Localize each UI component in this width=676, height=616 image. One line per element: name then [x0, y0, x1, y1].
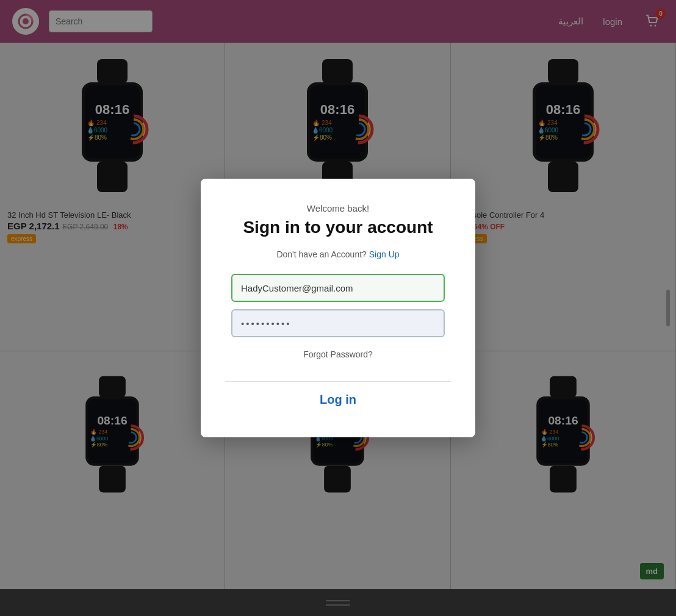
- login-button[interactable]: Log in: [231, 382, 445, 407]
- signup-prompt-text: Don't have an Account?: [276, 249, 366, 259]
- modal-title: Sign in to your account: [231, 217, 445, 238]
- modal-signup-line: Don't have an Account? Sign Up: [231, 249, 445, 259]
- modal-overlay[interactable]: Welcome back! Sign in to your account Do…: [0, 0, 676, 616]
- signup-link[interactable]: Sign Up: [369, 249, 400, 259]
- login-modal: Welcome back! Sign in to your account Do…: [201, 179, 475, 438]
- forgot-password-link[interactable]: Forgot Password?: [231, 349, 445, 359]
- email-input[interactable]: [231, 274, 445, 302]
- password-input[interactable]: [231, 309, 445, 337]
- modal-welcome-text: Welcome back!: [231, 203, 445, 213]
